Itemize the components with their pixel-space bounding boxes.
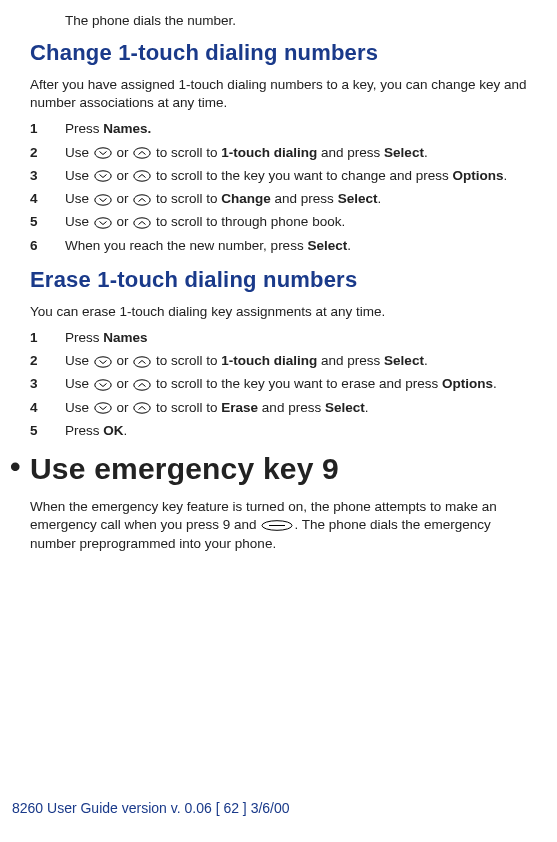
bold-text: Names <box>103 330 147 345</box>
text: Use <box>65 376 93 391</box>
text: or <box>113 353 133 368</box>
text: Use <box>65 191 93 206</box>
text: to scroll to through phone book. <box>152 214 345 229</box>
section-change-desc: After you have assigned 1-touch dialing … <box>30 76 537 112</box>
erase-steps-list: 1 Press Names 2 Use or to scroll to 1-to… <box>30 329 537 440</box>
bold-text: 1-touch dialing <box>221 145 317 160</box>
list-item: 6 When you reach the new number, press S… <box>30 237 537 255</box>
step-num: 3 <box>30 167 65 185</box>
text: and press <box>258 400 325 415</box>
step-num: 1 <box>30 120 65 138</box>
step-body: Press Names. <box>65 120 537 138</box>
text: or <box>113 168 133 183</box>
text: Press <box>65 330 103 345</box>
list-item: 3 Use or to scroll to the key you want t… <box>30 167 537 185</box>
text: . <box>347 238 351 253</box>
bullet-icon: • <box>10 452 30 482</box>
down-arrow-icon <box>94 379 112 391</box>
text: to scroll to the key you want to change … <box>152 168 452 183</box>
bold-text: Names. <box>103 121 151 136</box>
change-steps-list: 1 Press Names. 2 Use or to scroll to 1-t… <box>30 120 537 254</box>
bold-text: Select <box>384 145 424 160</box>
text: . <box>493 376 497 391</box>
bold-text: Options <box>442 376 493 391</box>
down-arrow-icon <box>94 217 112 229</box>
step-num: 3 <box>30 375 65 393</box>
bold-text: Select <box>384 353 424 368</box>
text: . <box>124 423 128 438</box>
emergency-heading-row: • Use emergency key 9 <box>10 452 537 486</box>
text: When you reach the new number, press <box>65 238 307 253</box>
step-body: Use or to scroll to through phone book. <box>65 213 537 231</box>
text: . <box>503 168 507 183</box>
step-num: 5 <box>30 422 65 440</box>
text: . <box>365 400 369 415</box>
section-erase-desc: You can erase 1-touch dialing key assign… <box>30 303 537 321</box>
list-item: 5 Press OK. <box>30 422 537 440</box>
down-arrow-icon <box>94 194 112 206</box>
up-arrow-icon <box>133 356 151 368</box>
call-key-icon <box>261 520 293 531</box>
page-footer: 8260 User Guide version v. 0.06 [ 62 ] 3… <box>12 800 290 816</box>
text: Use <box>65 168 93 183</box>
step-body: Use or to scroll to Change and press Sel… <box>65 190 537 208</box>
up-arrow-icon <box>133 217 151 229</box>
text: Press <box>65 121 103 136</box>
step-body: Use or to scroll to the key you want to … <box>65 375 537 393</box>
text: or <box>113 400 133 415</box>
down-arrow-icon <box>94 170 112 182</box>
step-num: 6 <box>30 237 65 255</box>
list-item: 4 Use or to scroll to Change and press S… <box>30 190 537 208</box>
text: Use <box>65 214 93 229</box>
list-item: 3 Use or to scroll to the key you want t… <box>30 375 537 393</box>
down-arrow-icon <box>94 356 112 368</box>
step-body: Press OK. <box>65 422 537 440</box>
up-arrow-icon <box>133 402 151 414</box>
emergency-title: Use emergency key 9 <box>30 452 339 486</box>
text: . <box>377 191 381 206</box>
text: to scroll to the key you want to erase a… <box>152 376 442 391</box>
step-num: 2 <box>30 352 65 370</box>
text: or <box>113 214 133 229</box>
step-body: Press Names <box>65 329 537 347</box>
down-arrow-icon <box>94 147 112 159</box>
step-num: 1 <box>30 329 65 347</box>
text: and press <box>317 353 384 368</box>
list-item: 2 Use or to scroll to 1-touch dialing an… <box>30 352 537 370</box>
up-arrow-icon <box>133 170 151 182</box>
down-arrow-icon <box>94 402 112 414</box>
bold-text: Select <box>338 191 378 206</box>
up-arrow-icon <box>133 147 151 159</box>
bold-text: Erase <box>221 400 258 415</box>
text: or <box>113 145 133 160</box>
text: or <box>113 376 133 391</box>
step-num: 4 <box>30 399 65 417</box>
bold-text: 1-touch dialing <box>221 353 317 368</box>
step-num: 5 <box>30 213 65 231</box>
step-num: 2 <box>30 144 65 162</box>
text: and press <box>271 191 338 206</box>
text: to scroll to <box>152 145 221 160</box>
list-item: 2 Use or to scroll to 1-touch dialing an… <box>30 144 537 162</box>
text: and press <box>317 145 384 160</box>
step-body: When you reach the new number, press Sel… <box>65 237 537 255</box>
list-item: 5 Use or to scroll to through phone book… <box>30 213 537 231</box>
text: to scroll to <box>152 353 221 368</box>
bold-text: Change <box>221 191 271 206</box>
text: to scroll to <box>152 400 221 415</box>
step-body: Use or to scroll to 1-touch dialing and … <box>65 352 537 370</box>
step-body: Use or to scroll to 1-touch dialing and … <box>65 144 537 162</box>
bold-text: Select <box>307 238 347 253</box>
bold-text: Options <box>452 168 503 183</box>
text: or <box>113 191 133 206</box>
section-change-title: Change 1-touch dialing numbers <box>30 40 537 66</box>
text: Use <box>65 353 93 368</box>
list-item: 1 Press Names. <box>30 120 537 138</box>
step-body: Use or to scroll to Erase and press Sele… <box>65 399 537 417</box>
up-arrow-icon <box>133 379 151 391</box>
step-body: Use or to scroll to the key you want to … <box>65 167 537 185</box>
text: Use <box>65 400 93 415</box>
emergency-desc: When the emergency key feature is turned… <box>30 498 537 553</box>
bold-text: Select <box>325 400 365 415</box>
bold-text: OK <box>103 423 123 438</box>
